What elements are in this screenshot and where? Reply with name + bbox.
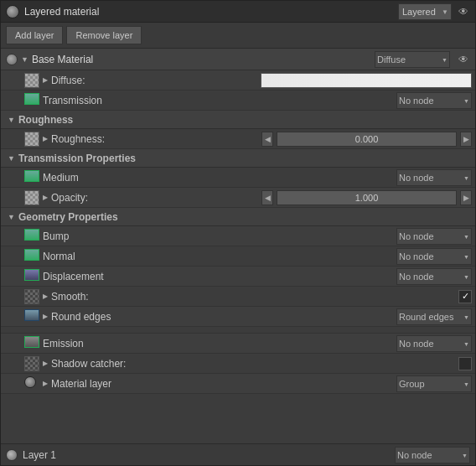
title-bar-left: Layered material: [6, 5, 99, 18]
roughness-header: ▼ Roughness: [1, 111, 475, 129]
base-material-type-select[interactable]: Diffuse: [375, 51, 450, 68]
material-layer-nonode-select[interactable]: Group: [396, 375, 472, 392]
opacity-label: Opacity:: [51, 192, 261, 204]
bottom-bar: Layer 1 No node: [1, 443, 475, 465]
bump-icon: [24, 229, 41, 244]
round-edges-nonode-select[interactable]: Round edges: [396, 308, 472, 325]
smooth-icon: [24, 289, 41, 304]
normal-row: Normal No node: [1, 246, 475, 267]
smooth-expand[interactable]: ▶: [43, 293, 48, 300]
opacity-decrease[interactable]: ◀: [261, 190, 273, 205]
geometry-props-title: Geometry Properties: [18, 211, 118, 223]
round-edges-nonode-wrapper[interactable]: Round edges: [396, 308, 472, 325]
diffuse-label: Diffuse:: [51, 75, 261, 86]
transmission-nonode-select[interactable]: No node: [396, 92, 472, 109]
bottom-nonode-select[interactable]: No node: [395, 447, 470, 463]
base-material-type-wrapper[interactable]: Diffuse: [375, 51, 450, 68]
medium-row: Medium No node: [1, 168, 475, 188]
opacity-icon: [24, 190, 41, 205]
normal-nonode-wrapper[interactable]: No node: [396, 248, 472, 265]
bump-label: Bump: [43, 230, 396, 242]
displacement-row: Displacement No node: [1, 267, 475, 287]
title-bar: Layered material Layered 👁: [1, 1, 475, 23]
base-material-icon: [6, 54, 18, 65]
medium-label: Medium: [43, 172, 396, 184]
opacity-row: ▶ Opacity: ◀ ▶: [1, 188, 475, 208]
bottom-layer-label: Layer 1: [23, 449, 390, 461]
roughness-decrease[interactable]: ◀: [261, 132, 273, 147]
shadow-catcher-expand[interactable]: ▶: [43, 360, 48, 367]
round-edges-expand[interactable]: ▶: [43, 313, 48, 320]
smooth-label: Smooth:: [51, 291, 458, 303]
roughness-expand[interactable]: ▶: [43, 135, 48, 142]
mode-select[interactable]: Layered: [398, 3, 452, 20]
material-layer-row: ▶ Material layer Group: [1, 374, 475, 394]
remove-layer-button[interactable]: Remove layer: [66, 26, 142, 44]
emission-nonode-select[interactable]: No node: [396, 335, 472, 352]
roughness-row: ▶ Roughness: ◀ ▶: [1, 129, 475, 149]
roughness-collapse[interactable]: ▼: [8, 116, 15, 124]
smooth-checkbox[interactable]: ✓: [458, 290, 472, 303]
normal-nonode-select[interactable]: No node: [396, 248, 472, 265]
spacer-1: [1, 327, 475, 334]
transmission-label: Transmission: [43, 95, 396, 106]
content-area: ▼ Base Material Diffuse 👁 ▶ Diffuse: Tra…: [1, 49, 475, 443]
shadow-catcher-label: Shadow catcher:: [51, 358, 458, 370]
main-window: Layered material Layered 👁 Add layer Rem…: [0, 0, 476, 466]
opacity-input[interactable]: [277, 190, 457, 205]
normal-icon: [24, 249, 41, 264]
bottom-layer-icon: [6, 449, 18, 461]
bottom-nonode-wrapper[interactable]: No node: [395, 447, 470, 463]
shadow-catcher-row: ▶ Shadow catcher:: [1, 354, 475, 374]
geometry-props-collapse[interactable]: ▼: [8, 213, 15, 221]
diffuse-icon: [24, 73, 41, 88]
emission-label: Emission: [43, 338, 396, 350]
base-material-eye-icon[interactable]: 👁: [457, 53, 470, 66]
geometry-props-header: ▼ Geometry Properties: [1, 208, 475, 226]
displacement-nonode-wrapper[interactable]: No node: [396, 268, 472, 285]
material-layer-icon: [24, 376, 41, 391]
emission-nonode-wrapper[interactable]: No node: [396, 335, 472, 352]
medium-icon: [24, 170, 41, 185]
emission-icon: [24, 336, 41, 351]
roughness-input[interactable]: [277, 132, 457, 147]
diffuse-expand[interactable]: ▶: [43, 76, 48, 84]
round-edges-label: Round edges: [51, 311, 396, 323]
opacity-slider-row: ◀ ▶: [261, 190, 472, 205]
bump-nonode-wrapper[interactable]: No node: [396, 228, 472, 245]
opacity-expand[interactable]: ▶: [43, 194, 48, 201]
roughness-label: Roughness:: [51, 133, 261, 145]
transmission-props-title: Transmission Properties: [18, 153, 136, 164]
transmission-row: Transmission No node: [1, 91, 475, 111]
opacity-increase[interactable]: ▶: [460, 190, 472, 205]
title-bar-right: Layered 👁: [398, 3, 470, 20]
roughness-increase[interactable]: ▶: [460, 132, 472, 147]
bump-row: Bump No node: [1, 226, 475, 246]
eye-icon[interactable]: 👁: [457, 5, 470, 18]
transmission-nonode-wrapper[interactable]: No node: [396, 92, 472, 109]
medium-nonode-select[interactable]: No node: [396, 169, 472, 186]
shadow-catcher-checkbox[interactable]: [458, 357, 472, 370]
toolbar: Add layer Remove layer: [1, 23, 475, 49]
diffuse-color-bar[interactable]: [261, 73, 472, 88]
material-layer-nonode-wrapper[interactable]: Group: [396, 375, 472, 392]
roughness-icon: [24, 132, 41, 147]
normal-label: Normal: [43, 251, 396, 262]
displacement-nonode-select[interactable]: No node: [396, 268, 472, 285]
material-layer-expand[interactable]: ▶: [43, 380, 48, 387]
mode-select-wrapper[interactable]: Layered: [398, 3, 452, 20]
medium-nonode-wrapper[interactable]: No node: [396, 169, 472, 186]
base-material-title: Base Material: [32, 54, 371, 65]
displacement-icon: [24, 269, 41, 284]
base-material-collapse[interactable]: ▼: [21, 55, 28, 64]
bump-nonode-select[interactable]: No node: [396, 228, 472, 245]
transmission-props-collapse[interactable]: ▼: [8, 154, 15, 163]
roughness-title: Roughness: [18, 114, 73, 126]
displacement-label: Displacement: [43, 271, 396, 282]
diffuse-row: ▶ Diffuse:: [1, 70, 475, 91]
emission-row: Emission No node: [1, 334, 475, 354]
window-icon: [6, 5, 19, 18]
transmission-icon: [24, 93, 41, 108]
add-layer-button[interactable]: Add layer: [6, 26, 63, 44]
shadow-catcher-icon: [24, 356, 41, 371]
